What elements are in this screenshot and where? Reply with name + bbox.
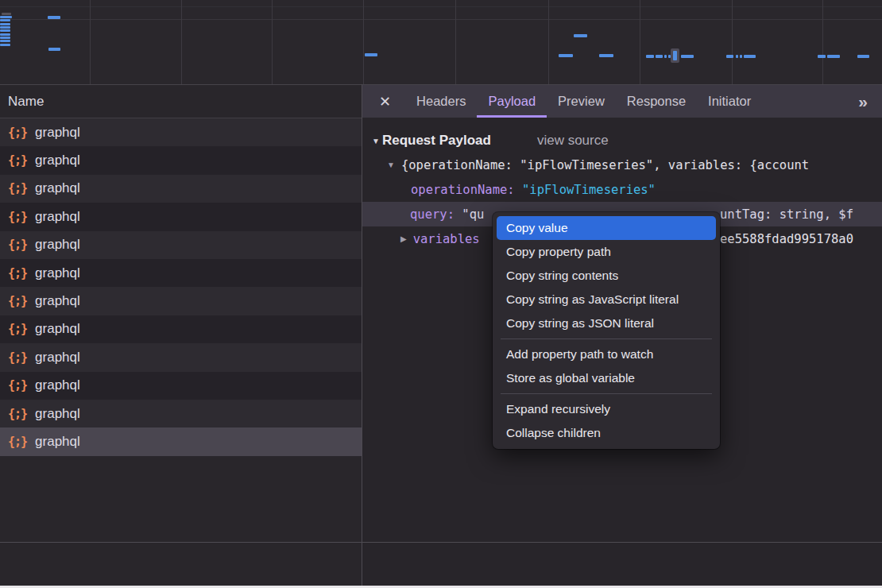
waterfall-request-bar[interactable] xyxy=(681,55,694,58)
request-payload-section-header: ▼ Request Payload view source xyxy=(362,129,882,153)
waterfall-request-bar[interactable] xyxy=(827,55,840,58)
menu-item-copy-value[interactable]: Copy value xyxy=(497,216,716,240)
tree-collapsed-triangle-icon[interactable]: ▶ xyxy=(400,234,407,243)
menu-item-copy-string-as-javascript-literal[interactable]: Copy string as JavaScript literal xyxy=(497,288,716,311)
waterfall-request-bar[interactable] xyxy=(0,44,10,46)
json-braces-icon: {;} xyxy=(8,153,27,168)
property-value-right-fragment: ee5588fdad995178a0 xyxy=(720,226,853,251)
request-row-graphql[interactable]: {;}graphql xyxy=(0,231,362,259)
devtools-network-panel: Name {;}graphql{;}graphql{;}graphql{;}gr… xyxy=(0,0,882,588)
overview-top-gridline xyxy=(0,6,882,7)
overview-gridline xyxy=(822,0,823,84)
tab-response[interactable]: Response xyxy=(616,85,697,118)
json-braces-icon: {;} xyxy=(8,407,27,421)
waterfall-request-bar[interactable] xyxy=(559,54,573,57)
panel-split-divider[interactable] xyxy=(362,84,362,588)
menu-item-expand-recursively[interactable]: Expand recursively xyxy=(497,397,716,421)
section-collapse-triangle-icon[interactable]: ▼ xyxy=(372,137,380,145)
request-row-graphql[interactable]: {;}graphql xyxy=(0,400,362,427)
waterfall-request-bar[interactable] xyxy=(599,54,613,57)
waterfall-request-bar[interactable] xyxy=(744,55,756,58)
request-row-graphql[interactable]: {;}graphql xyxy=(0,372,362,400)
waterfall-request-bar[interactable] xyxy=(726,55,733,58)
tab-payload[interactable]: Payload xyxy=(477,85,547,118)
overview-gridline xyxy=(90,0,91,84)
waterfall-request-bar[interactable] xyxy=(0,16,12,18)
menu-separator xyxy=(501,338,712,339)
request-row-graphql[interactable]: {;}graphql xyxy=(0,259,362,287)
menu-item-copy-string-as-json-literal[interactable]: Copy string as JSON literal xyxy=(497,311,716,335)
waterfall-request-bar[interactable] xyxy=(0,26,10,29)
request-name-label: graphql xyxy=(35,153,80,168)
overview-row-gridline xyxy=(0,19,882,20)
waterfall-request-bar[interactable] xyxy=(857,55,869,58)
request-name-label: graphql xyxy=(35,434,80,450)
request-name-label: graphql xyxy=(35,209,80,225)
request-row-graphql[interactable]: {;}graphql xyxy=(0,146,362,174)
request-row-graphql[interactable]: {;}graphql xyxy=(0,175,362,203)
json-braces-icon: {;} xyxy=(8,210,27,224)
menu-item-add-property-path-to-watch[interactable]: Add property path to watch xyxy=(497,342,716,366)
request-name-label: graphql xyxy=(35,180,80,196)
overview-gridline xyxy=(548,0,549,84)
payload-row-operation-name[interactable]: operationName: "ipFlowTimeseries" xyxy=(362,177,882,202)
tab-preview[interactable]: Preview xyxy=(547,85,616,118)
waterfall-request-bar[interactable] xyxy=(0,33,10,36)
waterfall-request-bar[interactable] xyxy=(0,37,10,39)
json-braces-icon: {;} xyxy=(8,294,27,308)
waterfall-request-bar[interactable] xyxy=(48,48,60,51)
waterfall-request-bar[interactable] xyxy=(574,34,587,37)
waterfall-request-bar[interactable] xyxy=(664,55,667,58)
column-header-name[interactable]: Name xyxy=(0,85,362,118)
waterfall-request-bar[interactable] xyxy=(818,55,826,58)
request-row-graphql[interactable]: {;}graphql xyxy=(0,203,362,230)
overview-gridline xyxy=(732,0,733,84)
waterfall-request-bar[interactable] xyxy=(0,23,10,25)
property-key: operationName: xyxy=(411,183,522,197)
menu-item-copy-property-path[interactable]: Copy property path xyxy=(497,240,716,264)
waterfall-request-bar[interactable] xyxy=(740,55,742,58)
menu-item-copy-string-contents[interactable]: Copy string contents xyxy=(497,264,716,288)
waterfall-selected-request-bar xyxy=(673,51,677,60)
property-value-right-fragment: untTag: string, $f xyxy=(720,202,853,226)
context-menu: Copy valueCopy property pathCopy string … xyxy=(493,212,720,449)
waterfall-request-bar[interactable] xyxy=(2,13,11,15)
waterfall-request-bar[interactable] xyxy=(365,53,377,56)
tab-headers[interactable]: Headers xyxy=(405,85,477,118)
request-row-graphql[interactable]: {;}graphql xyxy=(0,427,362,455)
network-overview-waterfall[interactable] xyxy=(0,0,882,85)
waterfall-request-bar[interactable] xyxy=(0,40,10,42)
payload-summary-row[interactable]: ▼ {operationName: "ipFlowTimeseries", va… xyxy=(362,153,882,177)
request-row-graphql[interactable]: {;}graphql xyxy=(0,343,362,371)
waterfall-request-bar[interactable] xyxy=(0,19,10,21)
waterfall-request-bar[interactable] xyxy=(0,29,10,32)
overview-gridline xyxy=(640,0,640,84)
property-value-left-fragment: "qu xyxy=(462,207,484,222)
tree-expanded-triangle-icon[interactable]: ▼ xyxy=(387,161,395,169)
json-braces-icon: {;} xyxy=(8,435,27,449)
view-source-link[interactable]: view source xyxy=(537,133,609,149)
request-name-label: graphql xyxy=(35,321,80,337)
request-row-graphql[interactable]: {;}graphql xyxy=(0,287,362,315)
overview-gridline xyxy=(363,0,364,84)
json-braces-icon: {;} xyxy=(8,322,27,336)
waterfall-request-bar[interactable] xyxy=(656,55,663,58)
close-icon[interactable]: ✕ xyxy=(379,95,391,109)
tab-initiator[interactable]: Initiator xyxy=(697,85,762,118)
json-braces-icon: {;} xyxy=(8,266,27,280)
menu-item-collapse-children[interactable]: Collapse children xyxy=(497,421,716,445)
waterfall-request-bar[interactable] xyxy=(646,55,654,58)
request-name-label: graphql xyxy=(35,237,80,253)
waterfall-request-bar[interactable] xyxy=(48,16,60,19)
request-name-label: graphql xyxy=(35,350,80,366)
request-row-graphql[interactable]: {;}graphql xyxy=(0,118,362,146)
requests-panel: Name {;}graphql{;}graphql{;}graphql{;}gr… xyxy=(0,85,362,588)
property-key: query: xyxy=(410,207,462,222)
section-title: Request Payload xyxy=(382,133,491,149)
menu-item-store-as-global-variable[interactable]: Store as global variable xyxy=(497,366,716,390)
more-tabs-icon[interactable]: » xyxy=(858,85,866,118)
payload-summary-text: {operationName: "ipFlowTimeseries", vari… xyxy=(401,158,809,172)
request-row-graphql[interactable]: {;}graphql xyxy=(0,315,362,343)
request-name-label: graphql xyxy=(35,293,80,309)
waterfall-request-bar[interactable] xyxy=(736,55,738,58)
